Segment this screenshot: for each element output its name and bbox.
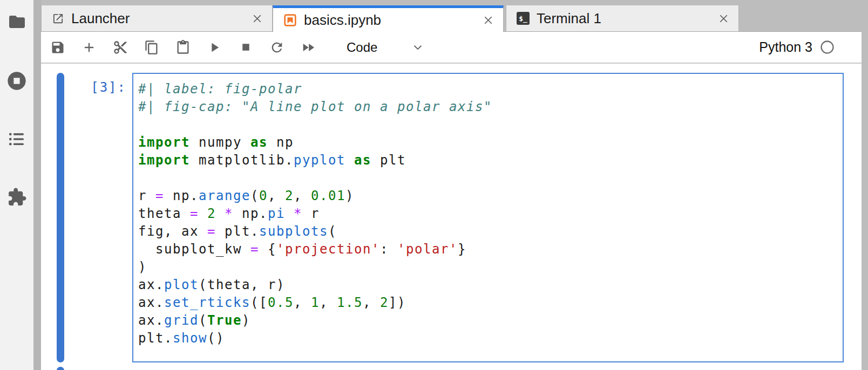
code-line: #| fig-cap: "A line plot on a polar axis… — [138, 98, 838, 116]
sidebar-item-file-browser[interactable] — [0, 11, 33, 32]
jupyterlab-window: Launcher basics.ipynb — [0, 0, 868, 370]
cell-type-dropdown[interactable]: Code — [347, 40, 424, 55]
output-collapser[interactable] — [57, 367, 64, 370]
fast-forward-icon — [301, 40, 316, 55]
puzzle-icon — [7, 187, 27, 207]
interrupt-kernel-button[interactable] — [230, 36, 261, 59]
close-icon[interactable] — [717, 12, 730, 25]
folder-icon — [7, 12, 27, 32]
code-line: ax.grid(True) — [138, 312, 838, 330]
right-edge-strip — [862, 0, 868, 370]
notebook-icon — [283, 13, 297, 27]
notebook-toolbar: Code Python 3 — [41, 32, 862, 64]
code-line: ax.set_rticks([0.5, 1, 1.5, 2]) — [138, 294, 838, 312]
code-line — [138, 169, 838, 187]
code-line — [138, 116, 838, 134]
code-line: import matplotlib.pyplot as plt — [138, 152, 838, 169]
code-line: theta = 2 * np.pi * r — [138, 205, 838, 223]
sidebar-item-table-of-contents[interactable] — [0, 129, 33, 149]
paste-cells-button[interactable] — [167, 36, 199, 59]
restart-run-all-button[interactable] — [293, 36, 324, 59]
tab-launcher[interactable]: Launcher — [41, 5, 273, 31]
sidebar-item-running-sessions[interactable] — [0, 71, 33, 91]
tab-basics-ipynb[interactable]: basics.ipynb — [273, 5, 504, 32]
input-collapser[interactable] — [57, 73, 64, 362]
launcher-icon — [52, 12, 64, 25]
chevron-down-icon — [412, 42, 424, 53]
cell-type-value: Code — [347, 40, 377, 55]
execution-count: [3]: — [64, 73, 132, 362]
code-line: #| label: fig-polar — [138, 80, 838, 98]
tab-label: Terminal 1 — [537, 10, 712, 27]
copy-cells-button[interactable] — [136, 36, 167, 59]
cell-editor[interactable]: #| label: fig-polar#| fig-cap: "A line p… — [132, 73, 844, 362]
copy-icon — [144, 40, 159, 55]
list-icon — [8, 130, 26, 148]
close-icon[interactable] — [251, 12, 263, 25]
restart-icon — [269, 40, 284, 55]
code-line: ax.plot(theta, r) — [138, 276, 838, 294]
sidebar-item-extensions[interactable] — [0, 187, 33, 207]
main-area: Launcher basics.ipynb — [41, 0, 862, 370]
tab-label: basics.ipynb — [304, 12, 477, 29]
close-icon[interactable] — [482, 14, 494, 26]
cut-cells-button[interactable] — [105, 36, 136, 59]
plus-icon — [82, 40, 97, 55]
terminal-icon: $_ — [517, 12, 530, 25]
code-line: ) — [138, 258, 838, 276]
sidebar-splitter[interactable] — [33, 0, 41, 370]
code-line: plt.show() — [138, 330, 838, 347]
tab-terminal-1[interactable]: $_ Terminal 1 — [506, 5, 739, 31]
tab-label: Launcher — [71, 10, 246, 27]
scissors-icon — [113, 40, 128, 55]
stop-icon — [239, 40, 253, 54]
kernel-name: Python 3 — [759, 39, 812, 55]
stop-circle-icon — [6, 70, 28, 92]
code-lines: #| label: fig-polar#| fig-cap: "A line p… — [138, 80, 838, 347]
code-line: import numpy as np — [138, 134, 838, 152]
insert-cell-button[interactable] — [73, 36, 105, 59]
play-icon — [207, 40, 222, 55]
kernel-indicator: Python 3 — [759, 39, 835, 55]
code-line: subplot_kw = {'projection': 'polar'} — [138, 241, 838, 258]
save-button[interactable] — [42, 36, 73, 59]
tab-bar: Launcher basics.ipynb — [41, 0, 862, 32]
left-sidebar — [0, 0, 33, 370]
clipboard-icon — [175, 40, 191, 55]
restart-kernel-button[interactable] — [261, 36, 293, 59]
notebook-content: [3]: #| label: fig-polar#| fig-cap: "A l… — [41, 65, 862, 370]
save-icon — [50, 40, 65, 55]
code-line: r = np.arange(0, 2, 0.01) — [138, 187, 838, 205]
code-line: fig, ax = plt.subplots( — [138, 223, 838, 241]
kernel-status-idle-icon[interactable] — [820, 40, 835, 54]
code-cell: [3]: #| label: fig-polar#| fig-cap: "A l… — [57, 73, 844, 362]
run-cell-button[interactable] — [199, 36, 230, 59]
